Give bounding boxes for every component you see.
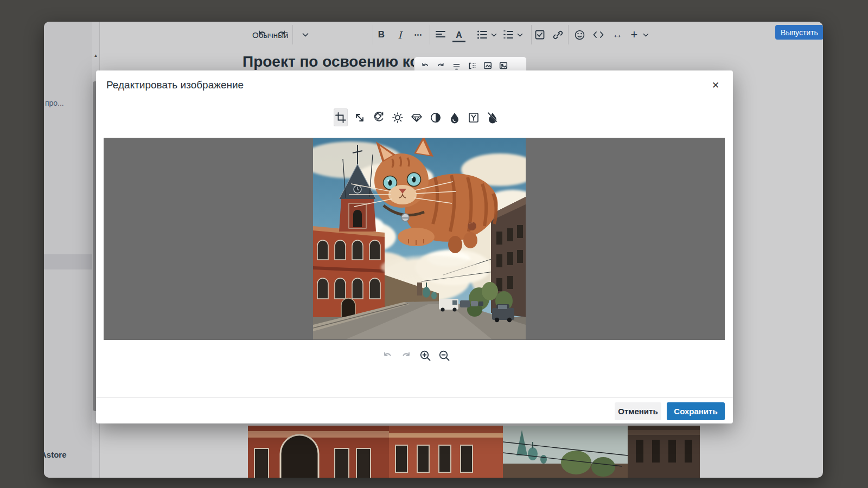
layout-icon[interactable] [466, 60, 478, 72]
redo-icon[interactable] [435, 60, 446, 72]
modal-title: Редактировать изображение [106, 79, 244, 91]
modal-footer-divider [96, 397, 733, 398]
image-tools [334, 108, 500, 126]
numbered-list-icon[interactable] [502, 28, 515, 41]
toolbar-divider [531, 25, 532, 44]
link-icon[interactable] [551, 28, 564, 41]
code-icon[interactable] [591, 28, 605, 41]
chevron-down-icon [302, 33, 309, 37]
scroll-up-icon[interactable]: ▲ [93, 53, 98, 59]
paragraph-style-select[interactable]: Обычный [245, 26, 313, 43]
paragraph-style-value: Обычный [252, 30, 288, 40]
toolbar-divider [568, 25, 569, 44]
publish-button[interactable]: Выпустить [775, 25, 823, 40]
redo-icon[interactable] [400, 350, 412, 362]
image-viewer [104, 138, 725, 340]
chevron-down-icon[interactable] [515, 28, 524, 41]
screen: то про... оса Astore ▲ Обычный B [0, 0, 868, 488]
cat-city-photo [313, 138, 526, 339]
text-color-button[interactable]: A [452, 29, 465, 42]
contrast-tool[interactable] [429, 108, 443, 126]
bullet-list-icon[interactable] [476, 28, 489, 41]
edit-image-modal: Редактировать изображение ✕ [96, 70, 733, 423]
zoom-out-icon[interactable] [438, 350, 450, 362]
crop-tool[interactable] [334, 108, 348, 126]
editor-toolbar: Обычный B I ••• A [99, 22, 823, 48]
image-upload-icon[interactable] [482, 60, 494, 72]
street-illustration [248, 426, 700, 478]
sidebar-item-document[interactable]: то про... [44, 99, 90, 107]
document-title[interactable]: Проект по освоению кос [242, 53, 427, 70]
resize-tool[interactable] [353, 108, 367, 126]
horizontal-arrows-icon[interactable]: ↔ [610, 28, 625, 41]
checkbox-icon[interactable] [533, 28, 546, 41]
sidebar: то про... оса Astore [44, 22, 92, 478]
brightness-tool[interactable] [391, 108, 405, 126]
viewer-controls [381, 350, 450, 362]
grayscale-tool[interactable] [467, 108, 481, 126]
zoom-in-icon[interactable] [419, 350, 431, 362]
toolbar-divider [430, 25, 430, 44]
sharpen-tool[interactable] [410, 108, 424, 126]
undo-icon[interactable] [381, 350, 393, 362]
rotate-tool[interactable] [372, 108, 386, 126]
align-icon[interactable] [434, 28, 447, 41]
spacing-icon[interactable] [450, 60, 462, 72]
no-filter-tool[interactable] [486, 108, 500, 126]
toolbar-divider [373, 25, 373, 44]
saturation-tool[interactable] [448, 108, 462, 126]
image-icon[interactable] [497, 60, 509, 72]
insert-plus-button[interactable]: + [628, 28, 640, 41]
more-formatting-button[interactable]: ••• [411, 28, 425, 41]
sidebar-item-selected[interactable]: оса [44, 254, 92, 269]
undo-icon[interactable] [419, 60, 431, 72]
cancel-button[interactable]: Отменить [615, 402, 661, 420]
document-image-street[interactable] [248, 426, 700, 478]
italic-button[interactable]: I [393, 28, 406, 41]
chevron-down-icon[interactable] [641, 28, 650, 41]
bold-button[interactable]: B [375, 28, 388, 41]
sidebar-footer-brand[interactable]: Astore [44, 450, 67, 459]
emoji-icon[interactable] [573, 28, 586, 41]
chevron-down-icon[interactable] [489, 28, 498, 41]
save-button[interactable]: Сохранить [667, 402, 725, 420]
close-icon[interactable]: ✕ [708, 78, 723, 93]
